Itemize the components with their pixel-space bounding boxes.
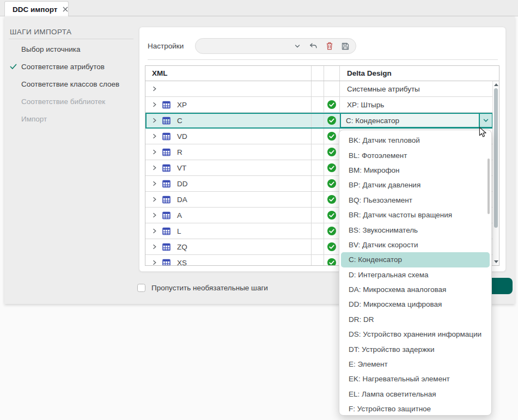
xml-cell[interactable]: DD bbox=[145, 176, 312, 192]
dropdown-item[interactable]: BM: Микрофон bbox=[339, 163, 491, 178]
skip-optional-steps-checkbox[interactable] bbox=[137, 284, 145, 292]
xml-attribute-name: A bbox=[177, 211, 182, 220]
divider bbox=[9, 39, 133, 39]
table-row[interactable]: C C: Конденсатор bbox=[145, 113, 499, 129]
spacer-cell bbox=[312, 160, 324, 176]
status-ok-icon bbox=[327, 100, 337, 109]
dropdown-item-label: EK: Нагревательный элемент bbox=[349, 375, 450, 383]
xml-attribute-name: ZQ bbox=[177, 243, 187, 251]
dropdown-item-label: D: Интегральная схема bbox=[349, 271, 428, 279]
dropdown-item[interactable]: BP: Датчик давления bbox=[339, 178, 491, 192]
dropdown-item[interactable]: E: Элемент bbox=[339, 357, 491, 372]
expand-chevron-icon[interactable] bbox=[152, 197, 157, 202]
tab-ddc-import[interactable]: DDC импорт bbox=[4, 1, 69, 17]
dropdown-item[interactable]: F: Устройство защитное bbox=[339, 401, 491, 416]
scroll-down-arrow-icon[interactable] bbox=[494, 260, 498, 263]
dropdown-item[interactable]: BL: Фотоэлемент bbox=[339, 148, 491, 162]
save-icon[interactable] bbox=[342, 42, 349, 51]
chevron-down-icon[interactable] bbox=[294, 42, 301, 51]
xml-cell[interactable]: A bbox=[145, 208, 312, 223]
tab-title: DDC импорт bbox=[13, 5, 57, 14]
dropdown-item[interactable]: BS: Звукосниматель bbox=[339, 222, 491, 237]
status-cell bbox=[324, 176, 340, 192]
table-grid-icon bbox=[162, 101, 170, 109]
dropdown-item[interactable]: DS: Устройство хранения информации bbox=[339, 327, 491, 342]
table-grid-icon bbox=[162, 117, 170, 125]
tab-close-icon[interactable] bbox=[63, 7, 68, 12]
undo-icon[interactable] bbox=[309, 42, 318, 51]
dropdown-item-label: DR: DR bbox=[349, 315, 374, 324]
dropdown-item[interactable]: C: Конденсатор bbox=[341, 252, 490, 267]
table-row[interactable]: XP XP: Штырь bbox=[145, 97, 499, 113]
step-label: Импорт bbox=[21, 115, 47, 123]
delete-icon[interactable] bbox=[326, 42, 333, 51]
status-ok-icon bbox=[327, 131, 337, 141]
dropdown-item[interactable]: BR: Датчик частоты вращения bbox=[339, 208, 491, 222]
status-cell bbox=[324, 81, 340, 97]
settings-combobox[interactable] bbox=[196, 42, 286, 51]
dropdown-scrollbar-thumb[interactable] bbox=[487, 159, 490, 214]
xml-cell[interactable]: DA bbox=[145, 192, 312, 208]
sidebar-step-item[interactable]: Соответствие классов слоев bbox=[4, 75, 135, 93]
step-label: Соответствие библиотек bbox=[21, 98, 105, 106]
table-grid-icon bbox=[162, 211, 170, 220]
dropdown-item[interactable]: DR: DR bbox=[339, 312, 491, 327]
xml-cell[interactable]: R bbox=[145, 144, 312, 160]
xml-cell[interactable]: L bbox=[145, 223, 312, 239]
column-header-status bbox=[324, 66, 340, 81]
xml-attribute-name: C bbox=[177, 117, 182, 125]
dropdown-item-label: BK: Датчик тепловой bbox=[349, 136, 420, 144]
divider bbox=[148, 59, 498, 60]
table-row[interactable]: Системные атрибуты bbox=[145, 81, 499, 97]
expand-chevron-icon[interactable] bbox=[152, 118, 157, 123]
expand-chevron-icon[interactable] bbox=[152, 133, 157, 139]
delta-cell[interactable]: C: Конденсатор bbox=[340, 113, 493, 129]
tab-bar: DDC импорт bbox=[0, 0, 518, 16]
delta-cell[interactable]: XP: Штырь bbox=[340, 97, 493, 113]
expand-chevron-icon[interactable] bbox=[152, 86, 157, 92]
scrollbar-thumb[interactable] bbox=[494, 88, 498, 228]
table-grid-icon bbox=[162, 227, 170, 235]
dropdown-item[interactable]: DT: Устройство задержки bbox=[339, 342, 491, 356]
xml-cell[interactable]: XS bbox=[145, 255, 312, 266]
expand-chevron-icon[interactable] bbox=[152, 149, 157, 155]
sidebar-step-item[interactable]: Соответствие библиотек bbox=[4, 93, 135, 110]
dropdown-item[interactable]: DD: Микросхема цифровая bbox=[339, 297, 491, 312]
xml-attribute-name: XP bbox=[177, 101, 187, 109]
xml-cell[interactable]: C bbox=[145, 113, 312, 129]
dropdown-item[interactable]: D: Интегральная схема bbox=[339, 267, 491, 282]
dropdown-item[interactable]: EL: Лампа осветительная bbox=[339, 387, 491, 401]
spacer-cell bbox=[312, 208, 324, 223]
xml-cell[interactable]: VD bbox=[145, 129, 312, 144]
expand-chevron-icon[interactable] bbox=[152, 102, 157, 107]
expand-chevron-icon[interactable] bbox=[152, 244, 157, 249]
xml-cell[interactable] bbox=[145, 81, 312, 97]
expand-chevron-icon[interactable] bbox=[152, 212, 157, 218]
delta-combobox-chevron-button[interactable] bbox=[479, 114, 492, 127]
delta-cell[interactable]: Системные атрибуты bbox=[340, 81, 493, 97]
expand-chevron-icon[interactable] bbox=[152, 181, 157, 186]
delta-value: XP: Штырь bbox=[347, 101, 384, 109]
status-cell bbox=[324, 192, 340, 208]
expand-chevron-icon[interactable] bbox=[152, 165, 157, 171]
sidebar-step-item[interactable]: Соответствие атрибутов bbox=[4, 58, 135, 75]
sidebar-step-item[interactable]: Выбор источника bbox=[4, 40, 135, 58]
dropdown-item[interactable]: BK: Датчик тепловой bbox=[339, 133, 491, 148]
sidebar-step-item[interactable]: Импорт bbox=[4, 110, 135, 127]
expand-chevron-icon[interactable] bbox=[152, 260, 157, 265]
table-vertical-scrollbar[interactable] bbox=[492, 81, 499, 265]
xml-cell[interactable]: XP bbox=[145, 97, 312, 113]
spacer-cell bbox=[312, 239, 324, 255]
dropdown-item[interactable]: BV: Датчик скорости bbox=[339, 238, 491, 252]
dropdown-item[interactable]: EK: Нагревательный элемент bbox=[339, 372, 491, 386]
step-check-icon bbox=[10, 64, 21, 70]
expand-chevron-icon[interactable] bbox=[152, 228, 157, 234]
scroll-up-arrow-icon[interactable] bbox=[494, 83, 498, 86]
dropdown-item[interactable]: DA: Микросхема аналоговая bbox=[339, 282, 491, 297]
dropdown-item[interactable]: BQ: Пьезоэлемент bbox=[339, 193, 491, 208]
spacer-cell bbox=[312, 97, 324, 113]
dropdown-item-label: BM: Микрофон bbox=[349, 166, 400, 174]
xml-cell[interactable]: ZQ bbox=[145, 239, 312, 255]
xml-cell[interactable]: VT bbox=[145, 160, 312, 176]
xml-attribute-name: VT bbox=[177, 164, 186, 172]
